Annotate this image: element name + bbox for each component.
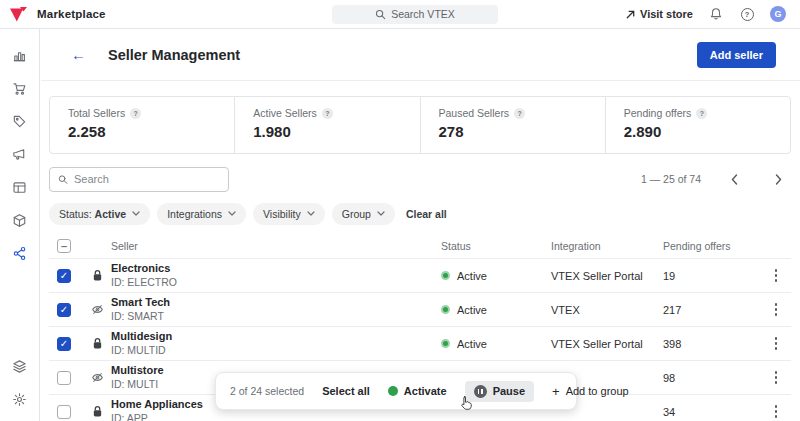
pending-cell: 217 <box>663 304 761 316</box>
stat-pending-offers: Pending offers? 2.890 <box>605 97 790 153</box>
row-checkbox[interactable] <box>57 405 71 419</box>
seller-cell: Multidesign ID: MULTID <box>111 330 441 357</box>
table-header: – Seller Status Integration Pending offe… <box>49 233 791 259</box>
help-icon[interactable]: ? <box>514 108 525 119</box>
next-page-button[interactable] <box>765 166 791 192</box>
sidebar-item-catalog[interactable] <box>7 109 33 133</box>
activate-button[interactable]: Activate <box>388 385 447 397</box>
help-icon: ? <box>741 8 754 21</box>
help-icon[interactable]: ? <box>696 108 707 119</box>
storefront-icon <box>12 180 27 195</box>
add-seller-button[interactable]: Add seller <box>697 42 776 68</box>
status-label: Active <box>457 270 487 282</box>
pending-cell: 34 <box>663 406 761 418</box>
stat-value: 2.258 <box>68 123 234 140</box>
seller-cell: Electronics ID: ELECTRO <box>111 262 441 289</box>
sidebar-item-orders[interactable] <box>7 76 33 100</box>
add-to-group-button[interactable]: + Add to group <box>552 384 629 399</box>
promotions-megaphone-icon <box>12 147 27 162</box>
selection-count: 2 of 24 selected <box>230 385 304 397</box>
pending-cell: 398 <box>663 338 761 350</box>
seller-cell: Smart Tech ID: SMART <box>111 296 441 323</box>
seller-id: ID: SMART <box>111 310 441 323</box>
sidebar-item-analytics[interactable] <box>7 43 33 67</box>
search-row: 1 — 25 of 74 <box>49 166 791 192</box>
search-icon <box>375 9 386 20</box>
eye-off-icon <box>83 303 111 316</box>
filter-integrations[interactable]: Integrations <box>157 203 246 225</box>
sidebar-item-marketplace-active[interactable] <box>7 241 33 265</box>
help-button[interactable]: ? <box>739 6 755 22</box>
sidebar-item-settings[interactable] <box>7 387 33 411</box>
row-actions-kebab-icon[interactable] <box>761 401 791 421</box>
row-actions-kebab-icon[interactable] <box>761 333 791 354</box>
select-all-checkbox[interactable]: – <box>57 239 71 253</box>
external-link-arrow-icon <box>625 9 636 20</box>
search-input[interactable] <box>74 173 220 185</box>
avatar[interactable]: G <box>770 6 786 22</box>
back-arrow-icon[interactable]: ← <box>71 46 86 63</box>
global-search-placeholder: Search VTEX <box>391 8 455 20</box>
marketplace-share-icon <box>12 246 27 261</box>
sidebar-item-storefront[interactable] <box>7 175 33 199</box>
column-seller: Seller <box>111 240 441 252</box>
visit-store-link[interactable]: Visit store <box>625 8 693 20</box>
filter-visibility[interactable]: Visibility <box>253 203 325 225</box>
lock-icon <box>83 337 111 350</box>
lock-icon <box>83 269 111 282</box>
row-actions-kebab-icon[interactable] <box>761 265 791 286</box>
lock-icon <box>83 405 111 418</box>
status-dot-icon <box>441 305 450 314</box>
activate-dot-icon <box>388 386 398 396</box>
global-search[interactable]: Search VTEX <box>332 5 498 24</box>
status-dot-icon <box>441 339 450 348</box>
prev-page-button[interactable] <box>721 166 747 192</box>
filter-group[interactable]: Group <box>332 203 395 225</box>
filter-group-label: Group <box>342 208 371 220</box>
clear-all-button[interactable]: Clear all <box>406 208 447 220</box>
pending-cell: 19 <box>663 270 761 282</box>
stat-value: 1.980 <box>253 123 419 140</box>
vtex-logo-icon <box>10 7 27 22</box>
add-to-group-label: Add to group <box>566 385 629 397</box>
filter-integrations-label: Integrations <box>167 208 222 220</box>
row-actions-kebab-icon[interactable] <box>761 299 791 320</box>
stat-label: Paused Sellers <box>439 107 510 119</box>
table-row[interactable]: ✓ Smart Tech ID: SMART Active VTEX 217 <box>49 293 791 327</box>
row-actions-kebab-icon[interactable] <box>761 367 791 388</box>
chevron-down-icon <box>132 211 140 216</box>
select-all-button[interactable]: Select all <box>322 385 370 397</box>
table-row[interactable]: ✓ Electronics ID: ELECTRO Active VTEX Se… <box>49 259 791 293</box>
sidebar-item-shipping[interactable] <box>7 208 33 232</box>
row-checkbox[interactable]: ✓ <box>57 269 71 283</box>
search-icon <box>58 174 68 185</box>
filter-status[interactable]: Status: Active <box>49 203 150 225</box>
help-icon[interactable]: ? <box>130 108 141 119</box>
seller-name: Smart Tech <box>111 296 441 310</box>
eye-off-icon <box>83 371 111 384</box>
notifications-button[interactable] <box>708 6 724 22</box>
column-integration: Integration <box>551 240 663 252</box>
row-checkbox[interactable]: ✓ <box>57 303 71 317</box>
page-header: ← Seller Management Add seller <box>41 29 800 81</box>
apps-layers-icon <box>12 359 27 374</box>
main-content: ← Seller Management Add seller Total Sel… <box>41 29 800 421</box>
chevron-down-icon <box>228 211 236 216</box>
orders-cart-icon <box>12 81 27 96</box>
row-checkbox[interactable]: ✓ <box>57 337 71 351</box>
stat-label: Pending offers <box>624 107 692 119</box>
chevron-right-icon <box>775 174 782 185</box>
row-checkbox[interactable] <box>57 371 71 385</box>
sidebar-item-promotions[interactable] <box>7 142 33 166</box>
chevron-down-icon <box>377 211 385 216</box>
filter-status-value: Active <box>95 208 127 220</box>
status-label: Active <box>457 338 487 350</box>
filter-bar: Status: Active Integrations Visibility G… <box>49 202 791 225</box>
help-icon[interactable]: ? <box>322 108 333 119</box>
sidebar-item-apps[interactable] <box>7 354 33 378</box>
sidebar <box>0 29 40 421</box>
pause-button[interactable]: Pause <box>465 381 534 402</box>
table-row[interactable]: ✓ Multidesign ID: MULTID Active VTEX Sel… <box>49 327 791 361</box>
seller-id: ID: ELECTRO <box>111 276 441 289</box>
activate-label: Activate <box>404 385 447 397</box>
